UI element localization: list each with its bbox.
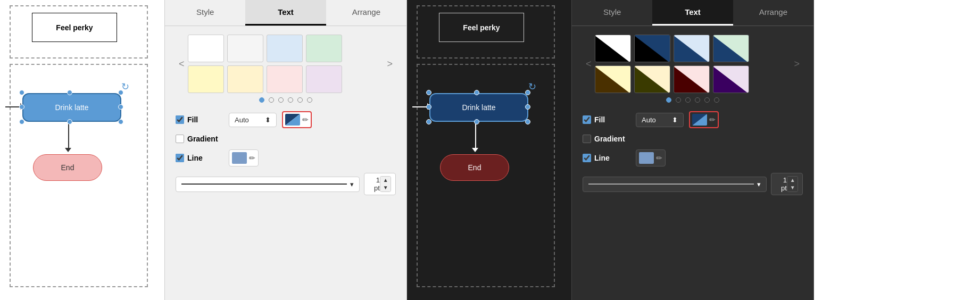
nav-prev-light[interactable]: <	[176, 59, 188, 70]
dark-feel-perky-box: Feel perky	[439, 13, 524, 42]
tab-text-dark[interactable]: Text	[652, 0, 733, 26]
dark-feel-perky-label: Feel perky	[463, 23, 500, 32]
dark-swatch-8[interactable]	[713, 65, 749, 93]
feel-perky-box: Feel perky	[32, 13, 117, 42]
line-style-row-light: ▾ 1 pt ▲ ▼	[176, 173, 396, 195]
drink-latte-node[interactable]: Drink latte	[22, 93, 121, 122]
nav-next-dark[interactable]: >	[791, 59, 803, 70]
line-color-button-dark[interactable]: ✏	[636, 149, 666, 166]
swatch-lightgray[interactable]	[227, 35, 263, 62]
fill-color-button-light[interactable]: ✏	[282, 111, 312, 128]
swatch-lightorange[interactable]	[227, 65, 263, 93]
light-panel-body: < >	[165, 26, 406, 300]
arrow-line-down	[68, 122, 69, 149]
line-color-button-light[interactable]: ✏	[229, 149, 259, 166]
line-weight-dark[interactable]: 1 pt ▲ ▼	[771, 173, 803, 195]
line-label-light[interactable]: Line	[176, 154, 223, 162]
end-label: End	[61, 163, 74, 172]
stepper-up-dark[interactable]: ▲	[787, 177, 798, 184]
swatch-lightpink[interactable]	[267, 65, 303, 93]
line-color-swatch-dark	[639, 152, 654, 164]
line-checkbox-light[interactable]	[176, 154, 184, 162]
swatch-lightblue[interactable]	[267, 35, 303, 62]
dark-line-solid-preview	[588, 184, 754, 185]
page-dot-5[interactable]	[297, 97, 303, 103]
fill-label-dark[interactable]: Fill	[583, 115, 630, 124]
dark-end-node[interactable]: End	[440, 154, 509, 181]
light-diagram-panel: Feel perky Drink latte ↻ End	[0, 0, 165, 300]
line-weight-light[interactable]: 1 pt ▲ ▼	[364, 173, 396, 195]
page-dots-light	[176, 97, 396, 103]
swatches-grid-dark	[595, 35, 791, 93]
dark-swatch-4[interactable]	[713, 35, 749, 62]
tab-arrange-light[interactable]: Arrange	[326, 0, 406, 26]
dark-swatch-1[interactable]	[595, 35, 631, 62]
dark-swatch-7[interactable]	[674, 65, 710, 93]
fill-dropdown-light[interactable]: Auto ⬍	[229, 113, 277, 127]
dark-sel-dot-bl	[426, 119, 431, 124]
line-label-dark[interactable]: Line	[583, 154, 630, 162]
stepper-light[interactable]: ▲ ▼	[380, 176, 391, 192]
dark-drink-latte-node[interactable]: Drink latte	[429, 93, 528, 122]
dark-arrow-head-down	[472, 148, 478, 152]
feel-perky-label: Feel perky	[56, 23, 93, 32]
dark-page-dot-2[interactable]	[676, 97, 681, 103]
stepper-up-light[interactable]: ▲	[380, 177, 391, 184]
stepper-down-light[interactable]: ▼	[380, 184, 391, 191]
stepper-down-dark[interactable]: ▼	[787, 184, 798, 191]
page-dot-1[interactable]	[259, 97, 264, 103]
fill-checkbox-dark[interactable]	[583, 115, 591, 124]
dark-page-dot-4[interactable]	[695, 97, 700, 103]
dark-rotate-icon[interactable]: ↻	[528, 81, 536, 93]
dark-dropdown-arrow-icon: ⬍	[672, 116, 678, 124]
swatch-lightyellow[interactable]	[188, 65, 224, 93]
dark-sel-dot-br	[525, 119, 530, 124]
pencil-icon-line-light: ✏	[249, 154, 255, 162]
fill-row-light: Fill Auto ⬍ ✏	[176, 111, 396, 128]
dark-swatch-2[interactable]	[634, 35, 670, 62]
line-row-light: Line ✏	[176, 149, 396, 166]
fill-checkbox-light[interactable]	[176, 115, 184, 124]
swatch-lightpurple[interactable]	[306, 65, 342, 93]
swatch-lightgreen[interactable]	[306, 35, 342, 62]
fill-row-dark: Fill Auto ⬍ ✏	[583, 111, 803, 128]
nav-prev-dark[interactable]: <	[583, 59, 595, 70]
gradient-row-dark: Gradient	[583, 135, 803, 143]
gradient-checkbox-dark[interactable]	[583, 135, 591, 143]
gradient-checkbox-light[interactable]	[176, 135, 184, 143]
tab-style-light[interactable]: Style	[165, 0, 245, 26]
tab-text-light[interactable]: Text	[245, 0, 326, 26]
line-style-dropdown-light[interactable]: ▾	[176, 177, 360, 192]
page-dot-3[interactable]	[278, 97, 284, 103]
tab-style-dark[interactable]: Style	[572, 0, 652, 26]
dark-swatch-3[interactable]	[674, 35, 710, 62]
light-style-panel: Style Text Arrange < >	[165, 0, 407, 300]
end-node[interactable]: End	[33, 154, 102, 181]
tab-arrange-dark[interactable]: Arrange	[733, 0, 813, 26]
dark-page-dot-1[interactable]	[666, 97, 671, 103]
nav-next-light[interactable]: >	[384, 59, 396, 70]
dark-page-dot-6[interactable]	[714, 97, 719, 103]
dark-page-dot-5[interactable]	[704, 97, 710, 103]
page-dot-6[interactable]	[307, 97, 312, 103]
fill-dropdown-dark[interactable]: Auto ⬍	[636, 113, 684, 127]
fill-color-swatch-light	[285, 114, 300, 126]
fill-color-button-dark[interactable]: ✏	[689, 111, 719, 128]
fill-label-light[interactable]: Fill	[176, 115, 223, 124]
dark-swatch-mid-tri	[692, 114, 707, 126]
dark-swatch-5[interactable]	[595, 65, 631, 93]
dark-swatch-6[interactable]	[634, 65, 670, 93]
gradient-row-light: Gradient	[176, 135, 396, 143]
dark-end-label: End	[468, 163, 481, 172]
gradient-label-dark: Gradient	[594, 135, 625, 143]
rotate-icon[interactable]: ↻	[121, 81, 129, 93]
line-style-dropdown-dark[interactable]: ▾	[583, 177, 767, 192]
dark-sel-dot-tl	[426, 90, 431, 95]
line-checkbox-dark[interactable]	[583, 154, 591, 162]
dark-page-dot-3[interactable]	[685, 97, 691, 103]
page-dot-2[interactable]	[269, 97, 274, 103]
stepper-dark[interactable]: ▲ ▼	[787, 176, 798, 192]
swatch-white[interactable]	[188, 35, 224, 62]
dark-arrow-line-down	[475, 122, 476, 149]
page-dot-4[interactable]	[288, 97, 293, 103]
